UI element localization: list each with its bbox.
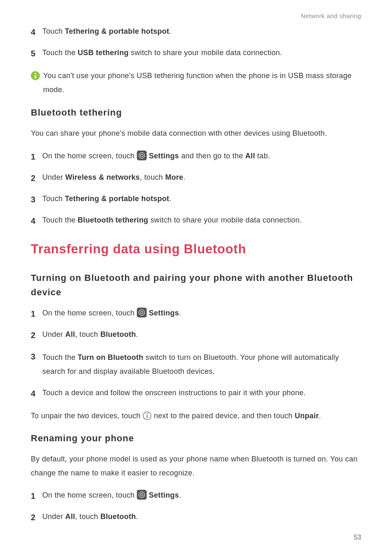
text: . (136, 512, 138, 521)
info-icon (31, 71, 40, 80)
bold-text: All (245, 152, 255, 160)
step-body: Touch a device and follow the onscreen i… (42, 387, 361, 400)
text: , touch (75, 512, 100, 521)
step-number: 3 (31, 350, 40, 378)
unpair-text: To unpair the two devices, touch next to… (31, 409, 361, 423)
step-body: On the home screen, touch Settings. (42, 308, 361, 320)
bt-tether-intro: You can share your phone's mobile data c… (31, 126, 361, 140)
svg-rect-2 (137, 151, 147, 160)
bt-tether-step-2: 2 Under Wireless & networks, touch More. (31, 172, 361, 184)
text: Touch (42, 195, 65, 203)
bold-text: More (165, 173, 183, 181)
text: switch to share your mobile data connect… (148, 216, 302, 224)
settings-icon (137, 490, 147, 500)
info-icon-wrap (31, 69, 42, 97)
pairing-step-4: 4 Touch a device and follow the onscreen… (31, 387, 361, 400)
step-body: Touch the Bluetooth tethering switch to … (42, 215, 361, 227)
text: , touch (140, 173, 165, 181)
text: Touch the (42, 353, 78, 361)
settings-icon (137, 151, 147, 160)
text: . (179, 491, 181, 499)
rename-intro: By default, your phone model is used as … (31, 452, 361, 480)
rename-step-1: 1 On the home screen, touch Settings. (31, 490, 361, 502)
usb-step-5: 5 Touch the USB tethering switch to shar… (31, 47, 361, 60)
bold-text: Tethering & portable hotspot (65, 27, 169, 35)
bold-text: Wireless & networks (65, 173, 140, 181)
bold-text: Bluetooth (100, 512, 136, 521)
usb-step-4: 4 Touch Tethering & portable hotspot. (31, 26, 361, 38)
bt-tethering-heading: Bluetooth tethering (31, 107, 361, 118)
bt-tether-step-1: 1 On the home screen, touch Settings and… (31, 151, 361, 163)
text: . (319, 412, 321, 420)
text: next to the paired device, and then touc… (154, 412, 295, 420)
pairing-heading: Turning on Bluetooth and pairing your ph… (31, 271, 361, 299)
step-body: Touch Tethering & portable hotspot. (42, 26, 361, 38)
text: Under (42, 173, 65, 181)
bold-text: USB tethering (78, 49, 129, 57)
text: . (179, 309, 181, 317)
text: On the home screen, touch (42, 309, 137, 317)
text: On the home screen, touch (42, 491, 137, 499)
pairing-step-3: 3 Touch the Turn on Bluetooth switch to … (31, 350, 361, 378)
page-number: 53 (354, 534, 361, 541)
step-body: Touch Tethering & portable hotspot. (42, 193, 361, 206)
text: switch to share your mobile data connect… (129, 49, 282, 57)
bold-text: Bluetooth (100, 330, 136, 338)
svg-rect-10 (147, 415, 148, 418)
step-number: 1 (31, 151, 40, 163)
svg-point-9 (147, 414, 148, 415)
step-body: Under Wireless & networks, touch More. (42, 172, 361, 184)
info-text: You can't use your phone's USB tethering… (43, 69, 361, 97)
svg-point-1 (35, 73, 36, 74)
text: Touch (42, 27, 65, 35)
pairing-step-2: 2 Under All, touch Bluetooth. (31, 329, 361, 341)
text: . (169, 27, 171, 35)
text: and then go to the (179, 152, 245, 160)
text: . (183, 173, 185, 181)
text: Under (42, 330, 65, 338)
bold-text: Settings (149, 491, 179, 499)
step-number: 2 (31, 172, 40, 184)
text: On the home screen, touch (42, 152, 137, 160)
bold-text: Unpair (295, 412, 319, 420)
step-body: On the home screen, touch Settings and t… (42, 151, 361, 163)
bold-text: Turn on Bluetooth (78, 353, 143, 361)
svg-rect-5 (137, 308, 147, 317)
step-number: 1 (31, 490, 40, 502)
step-number: 1 (31, 308, 40, 320)
bold-text: Tethering & portable hotspot (65, 195, 169, 203)
rename-heading: Renaming your phone (31, 433, 361, 444)
step-body: Touch the Turn on Bluetooth switch to tu… (42, 350, 361, 378)
text: , touch (75, 330, 100, 338)
step-number: 4 (31, 387, 40, 400)
bt-tether-step-3: 3 Touch Tethering & portable hotspot. (31, 193, 361, 206)
header-section-text: Network and sharing (301, 12, 361, 19)
rename-step-2: 2 Under All, touch Bluetooth. (31, 511, 361, 524)
bold-text: All (65, 330, 75, 338)
text: . (136, 330, 138, 338)
transfer-bt-heading: Transferring data using Bluetooth (31, 242, 361, 257)
step-body: Under All, touch Bluetooth. (42, 511, 361, 524)
info-outline-icon (143, 411, 152, 420)
bt-tether-step-4: 4 Touch the Bluetooth tethering switch t… (31, 215, 361, 227)
bold-text: All (65, 512, 75, 521)
step-number: 3 (31, 193, 40, 206)
bold-text: Settings (149, 309, 179, 317)
bold-text: Bluetooth tethering (78, 216, 148, 224)
text: To unpair the two devices, touch (31, 412, 143, 420)
step-body: Under All, touch Bluetooth. (42, 329, 361, 341)
bold-text: Settings (149, 152, 179, 160)
step-number: 4 (31, 26, 40, 38)
svg-rect-11 (137, 490, 147, 500)
text: Under (42, 512, 65, 521)
step-number: 2 (31, 329, 40, 341)
step-number: 5 (31, 47, 40, 60)
step-body: Touch the USB tethering switch to share … (42, 47, 361, 60)
step-number: 4 (31, 215, 40, 227)
page-header: Network and sharing (31, 12, 361, 19)
text: Touch the (42, 49, 78, 57)
pairing-step-1: 1 On the home screen, touch Settings. (31, 308, 361, 320)
text: . (169, 195, 171, 203)
settings-icon (137, 308, 147, 317)
info-note: You can't use your phone's USB tethering… (31, 69, 361, 97)
